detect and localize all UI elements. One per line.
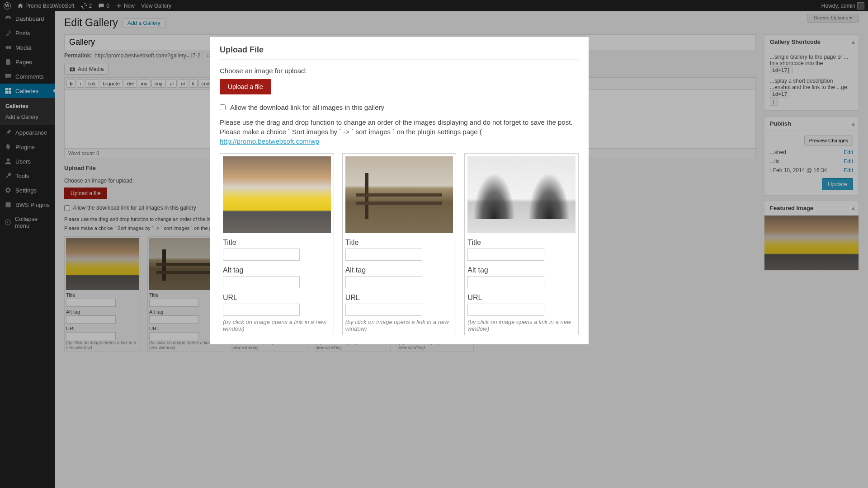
settings-link[interactable]: http://promo.bestwebsoft.com/wp [220,137,319,145]
click-note: (by click on image opens a link in a new… [467,319,576,332]
url-label: URL [345,294,453,302]
image-card: Title Alt tag URL (by click on image ope… [342,153,457,335]
modal-info: Please use the drag and drop function to… [220,117,579,146]
upload-file-button[interactable]: Upload a file [220,79,271,94]
title-label: Title [467,239,576,247]
title-input[interactable] [223,249,300,261]
image-thumb[interactable] [223,156,331,233]
click-note: (by click on image opens a link in a new… [223,319,331,332]
image-thumb[interactable] [345,156,453,233]
alt-label: Alt tag [467,266,576,274]
image-card: Title Alt tag URL (by click on image ope… [464,153,579,335]
allow-download-label: Allow the download link for all images i… [230,103,384,111]
alt-label: Alt tag [223,266,331,274]
alt-input[interactable] [467,276,544,288]
allow-download-checkbox[interactable] [220,104,226,110]
choose-prompt: Choose an image for upload: [220,67,579,75]
upload-file-modal: Upload File Choose an image for upload: … [210,37,589,344]
image-thumb[interactable] [467,156,576,233]
click-note: (by click on image opens a link in a new… [345,319,453,332]
url-label: URL [467,294,576,302]
modal-heading: Upload File [220,45,579,60]
image-card: Title Alt tag URL (by click on image ope… [220,153,334,335]
url-input[interactable] [467,304,544,316]
title-input[interactable] [467,249,544,261]
title-label: Title [223,239,331,247]
url-input[interactable] [223,304,300,316]
url-input[interactable] [345,304,422,316]
title-input[interactable] [345,249,422,261]
title-label: Title [345,239,453,247]
alt-input[interactable] [345,276,422,288]
alt-input[interactable] [223,276,300,288]
alt-label: Alt tag [345,266,453,274]
url-label: URL [223,294,331,302]
